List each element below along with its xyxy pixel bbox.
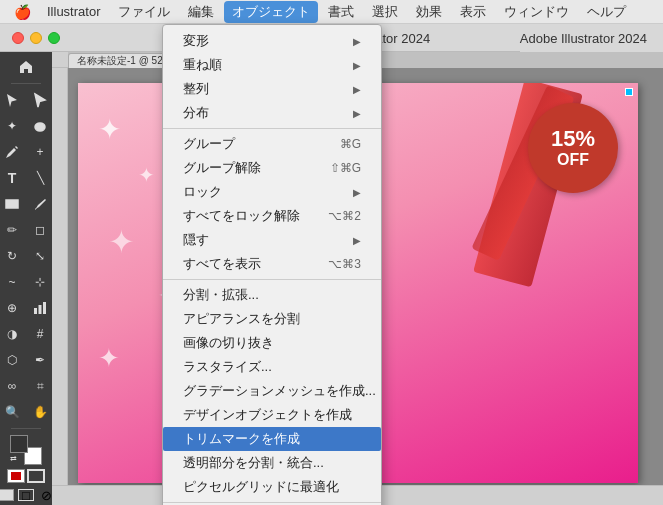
menu-label-lock: ロック [183,183,222,201]
add-anchor-tool[interactable]: + [27,140,53,164]
line-tool[interactable]: ╲ [27,166,53,190]
object-menu-dropdown: 変形 重ね順 整列 分布 グループ ⌘G グループ解除 ⇧⌘G ロック すべてを… [162,24,382,505]
menubar-object[interactable]: オブジェクト [224,1,318,23]
color-mode-icon[interactable] [0,489,14,501]
tool-separator-1 [11,83,41,84]
menu-item-transform[interactable]: 変形 [163,29,381,53]
shape-tools [0,192,53,216]
menu-label-design-object: デザインオブジェクトを作成 [183,406,352,424]
view-icons: □ ⊘ [0,489,54,501]
stroke-icon[interactable] [27,469,45,483]
svg-point-0 [35,123,45,131]
paintbrush-tool[interactable] [27,192,53,216]
paint-bucket-tool[interactable]: ⬡ [0,348,25,372]
menu-item-distribute[interactable]: 分布 [163,101,381,125]
mesh-tool[interactable]: # [27,322,53,346]
warp-tool[interactable]: ~ [0,270,25,294]
menu-item-ungroup[interactable]: グループ解除 ⇧⌘G [163,156,381,180]
menu-label-trim-marks: トリムマークを作成 [183,430,300,448]
menu-item-align[interactable]: 整列 [163,77,381,101]
pen-tools: + [0,140,53,164]
menubar-window[interactable]: ウィンドウ [496,1,577,23]
magic-tools: ✦ [0,114,53,138]
menu-item-expand[interactable]: 分割・拡張... [163,283,381,307]
selection-tool[interactable] [0,88,25,112]
separator-3 [163,502,381,503]
swap-colors-icon[interactable]: ⇄ [10,454,17,463]
foreground-color-swatch[interactable] [10,435,28,453]
traffic-lights [12,32,60,44]
color-swatches: ⇄ [8,435,44,465]
shortcut-group: ⌘G [340,137,361,151]
menu-item-rasterize[interactable]: ラスタライズ... [163,355,381,379]
zoom-tool[interactable]: 🔍 [0,400,25,424]
menu-item-unlock-all[interactable]: すべてをロック解除 ⌥⌘2 [163,204,381,228]
text-tools: T ╲ [0,166,53,190]
blend-tool[interactable]: ∞ [0,374,25,398]
maximize-button[interactable] [48,32,60,44]
menu-label-group: グループ [183,135,235,153]
menu-label-transform: 変形 [183,32,209,50]
scale-tool[interactable]: ⤡ [27,244,53,268]
draw-tools: ✏ ◻ [0,218,53,242]
selection-handle [625,88,633,96]
fill-preview [11,472,21,480]
menu-item-crop-image[interactable]: 画像の切り抜き [163,331,381,355]
menu-item-arrange[interactable]: 重ね順 [163,53,381,77]
pen-tool[interactable] [0,140,25,164]
text-tool[interactable]: T [0,166,25,190]
hand-tool[interactable]: ✋ [27,400,53,424]
menubar-view[interactable]: 表示 [452,1,494,23]
menu-item-trim-marks[interactable]: トリムマークを作成 [163,427,381,451]
menu-item-pixel-perfect[interactable]: ピクセルグリッドに最適化 [163,475,381,499]
home-tool[interactable] [13,56,39,79]
magic-wand-tool[interactable]: ✦ [0,114,25,138]
eraser-tool[interactable]: ◻ [27,218,53,242]
slice-tool[interactable]: ⌗ [27,374,53,398]
menu-item-flatten-transparency[interactable]: 透明部分を分割・統合... [163,451,381,475]
menu-item-lock[interactable]: ロック [163,180,381,204]
rotate-tool[interactable]: ↻ [0,244,25,268]
menu-label-flatten-transparency: 透明部分を分割・統合... [183,454,324,472]
close-button[interactable] [12,32,24,44]
menubar-file[interactable]: ファイル [110,1,178,23]
blend-tools: ∞ ⌗ [0,374,53,398]
menu-label-arrange: 重ね順 [183,56,222,74]
menu-label-expand: 分割・拡張... [183,286,259,304]
svg-rect-2 [34,308,37,314]
rectangle-tool[interactable] [0,192,25,216]
gradient-mode-icon[interactable]: □ [18,489,34,501]
menu-item-design-object[interactable]: デザインオブジェクトを作成 [163,403,381,427]
menubar-edit[interactable]: 編集 [180,1,222,23]
menubar-help[interactable]: ヘルプ [579,1,634,23]
separator-2 [163,279,381,280]
menu-item-expand-appearance[interactable]: アピアランスを分割 [163,307,381,331]
menubar: 🍎 Illustrator ファイル 編集 オブジェクト 書式 選択 効果 表示… [0,0,663,24]
menu-item-group[interactable]: グループ ⌘G [163,132,381,156]
menubar-select[interactable]: 選択 [364,1,406,23]
gradient-tool[interactable]: ◑ [0,322,25,346]
menu-item-hide[interactable]: 隠す [163,228,381,252]
free-transform-tool[interactable]: ⊹ [27,270,53,294]
fill-icon[interactable] [7,469,25,483]
graph-tool[interactable] [27,296,53,320]
menubar-illustrator[interactable]: Illustrator [39,2,108,21]
selection-tools [0,88,53,112]
direct-selection-tool[interactable] [27,88,53,112]
menubar-effect[interactable]: 効果 [408,1,450,23]
puppet-warp-tool[interactable]: ⊕ [0,296,25,320]
menu-label-distribute: 分布 [183,104,209,122]
menu-item-show-all[interactable]: すべてを表示 ⌥⌘3 [163,252,381,276]
svg-rect-3 [39,305,42,314]
lasso-tool[interactable] [27,114,53,138]
shortcut-unlock-all: ⌥⌘2 [328,209,361,223]
apple-menu[interactable]: 🍎 [8,4,37,20]
menu-item-gradient-mesh[interactable]: グラデーションメッシュを作成... [163,379,381,403]
minimize-button[interactable] [30,32,42,44]
svg-rect-1 [6,200,18,208]
menubar-format[interactable]: 書式 [320,1,362,23]
menu-label-rasterize: ラスタライズ... [183,358,272,376]
pencil-tool[interactable]: ✏ [0,218,25,242]
menu-label-ungroup: グループ解除 [183,159,261,177]
eyedropper-tool[interactable]: ✒ [27,348,53,372]
